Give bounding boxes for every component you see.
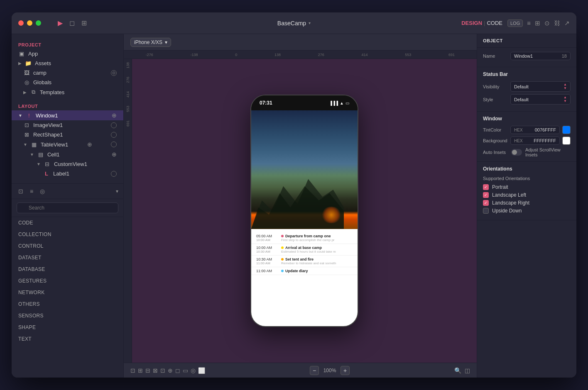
cell1-add[interactable]: ⊕ [112,151,117,158]
style-select[interactable]: Default ▲ ▼ [510,94,571,105]
bottom-tool-2[interactable]: ≡ [28,187,35,195]
sidebar-item-imageview1[interactable]: ⊡ ImageView1 [12,120,123,130]
tool-align-9[interactable]: ◎ [191,367,196,374]
camp-settings[interactable]: ⊙ [111,70,117,76]
stepper-down[interactable]: ▼ [564,87,567,90]
library-item-network[interactable]: NETWORK [12,287,123,298]
bottom-tool-3[interactable]: ◎ [38,187,47,195]
app-title: BaseCamp [277,20,306,27]
sidebar-item-label1[interactable]: L Label1 [12,169,123,178]
visibility-select[interactable]: Default ▲ ▼ [510,81,571,92]
zoom-minus-button[interactable]: − [310,366,319,375]
window1-add[interactable]: ⊕ [112,112,117,119]
event-dot [281,235,284,237]
search-canvas-icon[interactable]: 🔍 [454,367,461,374]
link-icon[interactable]: ⛓ [554,20,560,27]
sidebar-item-globals[interactable]: ◎ Globals [12,78,123,87]
code-tab[interactable]: CODE [487,20,502,26]
tool-align-2[interactable]: ⊞ [138,367,143,374]
stepper-down[interactable]: ▼ [564,100,567,103]
device-selector[interactable]: iPhone X/XS ▾ [130,38,171,47]
sidebar-item-label: Cell1 [47,151,60,158]
tool-align-1[interactable]: ⊡ [130,367,135,374]
library-item-collection[interactable]: COLLECTION [12,229,123,240]
maximize-button[interactable] [36,20,41,26]
event-time-main: 10:00 AM [256,246,281,250]
bg-swatch[interactable] [562,136,571,145]
name-count: 18 [562,54,567,58]
device-button[interactable]: ◻ [69,19,75,27]
sidebar-item-cell1[interactable]: ▼ ▤ Cell1 ⊕ [12,149,123,159]
table-icon: ▦ [31,141,37,148]
tool-align-10[interactable]: ⬜ [198,367,205,374]
orientation-landscape-right: ✓ Landscape Right [483,200,571,206]
event-title: Set tent and fire [281,257,353,261]
tool-align-3[interactable]: ⊟ [145,367,150,374]
library-item-dataset[interactable]: DATASET [12,252,123,263]
tint-swatch[interactable] [562,126,571,134]
sidebar-item-app[interactable]: ▣ App [12,49,123,58]
tableview-settings[interactable] [111,141,117,147]
upside-down-checkbox[interactable] [483,208,489,214]
rectshape-settings[interactable] [111,132,117,138]
landscape-left-checkbox[interactable]: ✓ [483,192,489,198]
library-item-control[interactable]: CONTROL [12,240,123,252]
grid-icon[interactable]: ⊞ [535,20,540,27]
visibility-stepper[interactable]: ▲ ▼ [564,83,567,90]
sidebar-item-templates[interactable]: ▶ ⧉ Templates [12,87,123,97]
arrow-icon[interactable]: ↗ [564,20,570,27]
name-field[interactable]: Window1 18 [510,52,571,60]
tool-align-7[interactable]: ◻ [175,367,180,374]
sidebar-item-window1[interactable]: ▼ ! Window1 ⊕ [12,110,123,120]
library-item-text[interactable]: TEXT [12,333,123,345]
sidebar-item-rectshape1[interactable]: ⊠ RectShape1 [12,130,123,139]
calendar-button[interactable]: ⊞ [81,19,87,27]
library-item-shape[interactable]: SHAPE [12,322,123,333]
frame-icon[interactable]: ◫ [465,367,470,374]
background-field[interactable]: HEX FFFFFFFF [510,136,560,145]
sidebar-item-camp[interactable]: 🖼 camp ⊙ [12,68,123,78]
sidebar-item-tableview1[interactable]: ▼ ▦ TableView1 ⊕ [12,139,123,149]
imageview-settings[interactable] [111,122,117,128]
label1-settings[interactable] [111,171,117,177]
minimize-button[interactable] [27,20,32,26]
stepper-up[interactable]: ▲ [564,96,567,99]
library-item-code[interactable]: CODE [12,217,123,229]
list-icon[interactable]: ≡ [527,20,531,27]
window-section: Window TintColor HEX 0076FFFF Background… [477,112,576,162]
library-item-others[interactable]: OTHERS [12,298,123,310]
ruler-mark: 691 [448,53,455,57]
portrait-checkbox[interactable]: ✓ [483,184,489,190]
auto-insets-toggle[interactable] [511,149,522,156]
globe-icon: ◎ [23,79,30,85]
event-time-main: 10:30 AM [256,257,281,261]
shield-icon[interactable]: ⊙ [544,20,550,27]
library-item-database[interactable]: DATABASE [12,263,123,275]
run-button[interactable]: ▶ [58,19,63,27]
search-input[interactable] [17,202,118,213]
visibility-row: Visibility Default ▲ ▼ [483,81,571,92]
library-item-gestures[interactable]: GESTURES [12,275,123,287]
log-button[interactable]: LOG [507,20,523,27]
tool-align-5[interactable]: ⊡ [160,367,165,374]
bottom-tool-1[interactable]: ⊡ [17,187,25,195]
sidebar-item-customview1[interactable]: ▼ ⊟ CustomView1 [12,159,123,169]
close-button[interactable] [18,20,24,26]
bottom-chevron[interactable]: ▾ [116,188,118,194]
traffic-lights [18,20,41,26]
orientation-upside-down: Upside Down [483,208,571,214]
design-tab[interactable]: DESIGN [461,20,482,26]
style-stepper[interactable]: ▲ ▼ [564,96,567,103]
tintcolor-field[interactable]: HEX 0076FFFF [510,126,560,134]
landscape-right-checkbox[interactable]: ✓ [483,200,489,206]
tool-align-6[interactable]: ⊕ [168,367,173,374]
title-dropdown-arrow[interactable]: ▾ [309,21,311,25]
zoom-plus-button[interactable]: + [341,366,350,375]
tool-align-8[interactable]: ▭ [183,367,188,374]
canvas-area: iPhone X/XS ▾ -276 -138 0 138 276 414 55… [124,34,477,378]
tableview-add[interactable]: ⊕ [87,141,92,148]
library-item-sensors[interactable]: SENSORS [12,310,123,322]
sidebar-item-assets[interactable]: ▶ 📁 Assets [12,58,123,68]
stepper-up[interactable]: ▲ [564,83,567,86]
tool-align-4[interactable]: ⊠ [153,367,158,374]
